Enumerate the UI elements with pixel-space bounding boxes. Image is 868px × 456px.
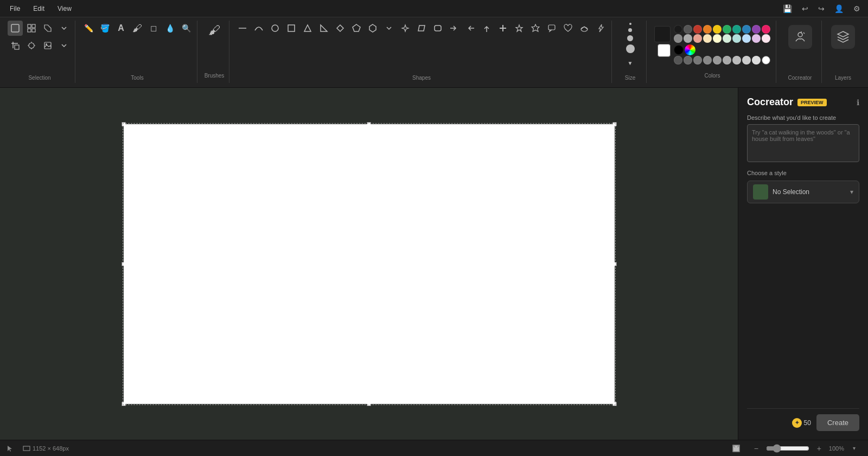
rounded-rect-tool[interactable] — [430, 21, 445, 36]
curve-tool[interactable] — [251, 21, 266, 36]
color-gray2[interactable] — [674, 34, 682, 43]
primary-color[interactable] — [654, 26, 671, 42]
text-tool[interactable]: A — [113, 21, 129, 36]
select-dropdown[interactable] — [56, 21, 72, 36]
color-lblue[interactable] — [742, 34, 751, 43]
color-lgray[interactable] — [684, 34, 692, 43]
rect-tool[interactable] — [284, 21, 299, 36]
color-g7[interactable] — [732, 56, 741, 65]
shapes-dropdown[interactable] — [381, 21, 397, 36]
canvas-area[interactable] — [0, 88, 738, 440]
size-1[interactable] — [629, 23, 631, 25]
color-lavender[interactable] — [752, 34, 761, 43]
redo-button[interactable]: ↪ — [815, 3, 828, 14]
layers-button[interactable] — [831, 25, 855, 49]
lightning-tool[interactable] — [593, 21, 608, 36]
color-g1[interactable] — [674, 56, 682, 65]
cocreator-button[interactable] — [788, 25, 812, 49]
triangle-tool[interactable] — [300, 21, 315, 36]
color-yellow[interactable] — [713, 25, 722, 34]
color-purple[interactable] — [752, 25, 761, 34]
arrow-up-tool[interactable] — [479, 21, 494, 36]
color-mint[interactable] — [723, 34, 731, 43]
color-lgreen[interactable] — [732, 34, 741, 43]
rainbow-button[interactable] — [685, 44, 695, 55]
pencil-tool[interactable]: ✏️ — [81, 21, 96, 36]
color-cream[interactable] — [713, 34, 722, 43]
color-g2[interactable] — [684, 56, 692, 65]
hexagon-tool[interactable] — [365, 21, 380, 36]
magic-select-tool[interactable] — [24, 38, 39, 53]
save-button[interactable]: 💾 — [780, 3, 795, 14]
star4-tool[interactable] — [398, 21, 413, 36]
fill-tool[interactable]: 🪣 — [97, 21, 112, 36]
color-g9[interactable] — [752, 56, 761, 65]
color-green[interactable] — [723, 25, 731, 34]
size-3[interactable] — [627, 35, 633, 41]
right-triangle-tool[interactable] — [316, 21, 331, 36]
circle-tool[interactable] — [577, 21, 592, 36]
crop-tool[interactable] — [8, 38, 23, 53]
zoom-slider[interactable] — [766, 444, 809, 453]
color-black2[interactable] — [674, 45, 684, 55]
image-dropdown[interactable] — [56, 38, 72, 53]
style-name: No Selection — [773, 188, 846, 196]
zoom-dropdown[interactable]: ▾ — [846, 441, 861, 456]
color-g6[interactable] — [723, 56, 731, 65]
menu-view[interactable]: View — [52, 4, 77, 14]
size-dropdown[interactable]: ▼ — [623, 55, 638, 70]
brush-icon[interactable]: 🖌 — [207, 23, 222, 38]
color-g4[interactable] — [703, 56, 712, 65]
create-button[interactable]: Create — [816, 414, 859, 431]
select-tool[interactable] — [8, 21, 23, 36]
select-all-tool[interactable] — [24, 21, 39, 36]
color-g3[interactable] — [693, 56, 702, 65]
color-black[interactable] — [674, 25, 682, 34]
color-red[interactable] — [693, 25, 702, 34]
parallelogram-tool[interactable] — [414, 21, 429, 36]
image-tool[interactable] — [40, 38, 55, 53]
color-salmon[interactable] — [693, 34, 702, 43]
user-icon[interactable]: 👤 — [831, 3, 847, 14]
star5-tool[interactable] — [512, 21, 527, 36]
size-2[interactable] — [628, 28, 632, 32]
color-teal[interactable] — [732, 25, 741, 34]
zoom-tool[interactable]: 🔍 — [178, 21, 194, 36]
secondary-color[interactable] — [658, 44, 671, 57]
oval-tool[interactable] — [267, 21, 283, 36]
color-rose[interactable] — [762, 34, 770, 43]
select-region-tool[interactable] — [40, 21, 55, 36]
undo-button[interactable]: ↩ — [799, 3, 812, 14]
color-pink[interactable] — [762, 25, 770, 34]
menu-file[interactable]: File — [4, 4, 25, 14]
drawing-canvas[interactable] — [124, 124, 615, 404]
heart-tool[interactable] — [560, 21, 576, 36]
zoom-out-button[interactable]: − — [749, 441, 764, 456]
fit-view-button[interactable] — [730, 442, 742, 454]
zoom-in-button[interactable]: + — [812, 441, 827, 456]
line-tool[interactable] — [235, 21, 250, 36]
pentagon-tool[interactable] — [349, 21, 364, 36]
diamond-tool[interactable] — [333, 21, 348, 36]
color-peach[interactable] — [703, 34, 712, 43]
color-blue[interactable] — [742, 25, 751, 34]
arrow-right-tool[interactable] — [446, 21, 462, 36]
color-gray1[interactable] — [684, 25, 692, 34]
star6-tool[interactable] — [528, 21, 543, 36]
prompt-input[interactable] — [747, 124, 859, 162]
info-icon[interactable]: ℹ — [857, 98, 859, 107]
color-white[interactable] — [762, 56, 770, 65]
callout-tool[interactable] — [544, 21, 559, 36]
arrow-left-tool[interactable] — [463, 21, 478, 36]
color-g5[interactable] — [713, 56, 722, 65]
cross-tool[interactable] — [495, 21, 510, 36]
color-orange[interactable] — [703, 25, 712, 34]
color-g8[interactable] — [742, 56, 751, 65]
brushes-dropdown[interactable]: 🖌 — [130, 21, 145, 36]
picker-tool[interactable]: 💧 — [162, 21, 177, 36]
eraser-tool[interactable]: ◻ — [146, 21, 161, 36]
style-dropdown[interactable]: No Selection ▾ — [747, 181, 859, 203]
menu-edit[interactable]: Edit — [28, 4, 50, 14]
size-4[interactable] — [626, 44, 635, 53]
settings-icon[interactable]: ⚙ — [850, 3, 864, 14]
